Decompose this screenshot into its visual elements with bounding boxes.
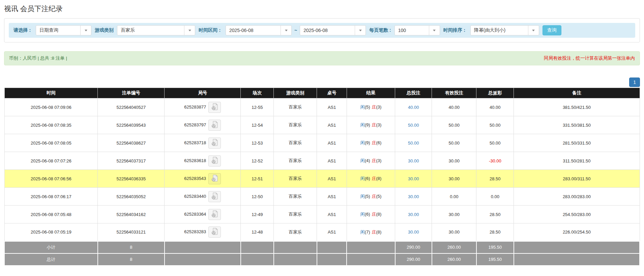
cell-game-type: 百家乐 xyxy=(274,116,317,134)
cell-session: 12-53 xyxy=(241,134,274,152)
cell-total-bet: 30.00 xyxy=(395,170,432,188)
time-range-label: 时间区间： xyxy=(199,27,222,33)
round-no-text: 625283440 xyxy=(184,193,206,198)
result-banker-label: 庄 xyxy=(372,229,376,235)
cell-game-type: 百家乐 xyxy=(274,188,317,206)
total-bet-link[interactable]: 30.00 xyxy=(408,229,419,235)
video-record-icon xyxy=(211,192,218,201)
total-empty-session xyxy=(241,253,274,266)
cell-time: 2025-06-08 07:08:35 xyxy=(4,116,98,134)
result-banker-label: 庄 xyxy=(372,176,376,181)
date-to-select[interactable]: 2025-06-08 xyxy=(300,25,366,35)
cell-result: 闲(5)庄(5) xyxy=(347,188,395,206)
chevron-down-icon xyxy=(80,26,91,35)
range-separator: ~ xyxy=(294,28,297,33)
video-record-icon xyxy=(211,210,218,219)
total-bet-link[interactable]: 50.00 xyxy=(408,123,419,128)
video-replay-button[interactable] xyxy=(208,120,221,131)
cell-total-bet: 30.00 xyxy=(395,223,432,241)
subtotal-total-bet: 290.00 xyxy=(395,241,432,253)
cell-result: 闲(6)庄(8) xyxy=(347,206,395,223)
cell-payout: 50.00 xyxy=(476,116,514,134)
round-no-text: 625283543 xyxy=(184,176,206,181)
result-banker-points: (8) xyxy=(376,229,382,235)
total-bet-link[interactable]: 30.00 xyxy=(408,212,419,217)
cell-time: 2025-06-08 07:09:06 xyxy=(4,98,98,116)
result-player-points: (5) xyxy=(365,104,370,110)
cell-game-type: 百家乐 xyxy=(274,170,317,188)
chevron-down-icon xyxy=(281,26,291,35)
video-replay-button[interactable] xyxy=(208,209,221,220)
page-title: 视讯 会员下注纪录 xyxy=(4,4,640,13)
cell-result: 闲(5)庄(3) xyxy=(347,98,395,116)
per-page-select[interactable]: 100 xyxy=(394,25,440,35)
game-type-select[interactable]: 百家乐 xyxy=(117,25,195,35)
result-banker-points: (8) xyxy=(376,212,382,217)
cell-remark: 311.50/281.50 xyxy=(514,152,640,170)
cell-result: 闲(9)庄(6) xyxy=(347,134,395,152)
subtotal-label: 小计 xyxy=(4,241,98,253)
total-bet-link[interactable]: 40.00 xyxy=(408,105,419,110)
cell-remark: 381.50/421.50 xyxy=(514,98,640,116)
cell-total-bet: 30.00 xyxy=(395,152,432,170)
total-empty-result xyxy=(347,253,395,266)
cell-table-no: AS1 xyxy=(317,134,347,152)
total-bet-link[interactable]: 50.00 xyxy=(408,141,419,146)
cell-total-bet: 50.00 xyxy=(395,116,432,134)
result-player-points: (4) xyxy=(365,158,370,163)
column-header-5: 桌号 xyxy=(317,88,347,98)
video-replay-button[interactable] xyxy=(208,191,221,202)
cell-round-no: 625283364 xyxy=(165,206,241,223)
cell-valid-bet: 0.00 xyxy=(432,188,476,206)
currency-total-text: 币别：人民币 | 总共 :8 注单 | xyxy=(9,55,67,61)
query-type-value: 日期查询 xyxy=(36,26,80,35)
date-to-value: 2025-06-08 xyxy=(300,26,355,35)
column-header-8: 有效投注 xyxy=(432,88,476,98)
cell-bet-id: 522564033121 xyxy=(98,223,165,241)
cell-session: 12-49 xyxy=(241,206,274,223)
result-banker-points: (6) xyxy=(376,140,382,145)
date-from-select[interactable]: 2025-06-08 xyxy=(226,25,292,35)
result-player-label: 闲 xyxy=(360,122,365,127)
search-button[interactable]: 查询 xyxy=(543,25,561,35)
total-bet-link[interactable]: 30.00 xyxy=(408,176,419,181)
cell-round-no: 625283877 xyxy=(165,98,241,116)
video-replay-button[interactable] xyxy=(208,155,221,166)
cell-table-no: AS1 xyxy=(317,223,347,241)
column-header-9: 总派彩 xyxy=(476,88,514,98)
result-player-points: (5) xyxy=(365,194,370,199)
cell-time: 2025-06-08 07:07:26 xyxy=(4,152,98,170)
record-row: 2025-06-08 07:05:19522564033121625283283… xyxy=(4,223,640,241)
cell-round-no: 625283618 xyxy=(165,152,241,170)
total-row: 总计8290.00260.00195.50 xyxy=(4,253,640,266)
chevron-down-icon xyxy=(528,26,539,35)
subtotal-payout: 195.50 xyxy=(476,241,514,253)
cell-time: 2025-06-08 07:05:19 xyxy=(4,223,98,241)
result-banker-label: 庄 xyxy=(372,122,376,127)
result-player-points: (7) xyxy=(365,229,370,235)
cell-remark: 283.00/311.50 xyxy=(514,170,640,188)
query-type-select[interactable]: 日期查询 xyxy=(36,25,91,35)
cell-payout: 50.00 xyxy=(476,134,514,152)
page-1-button[interactable]: 1 xyxy=(629,78,640,87)
cell-round-no: 625283797 xyxy=(165,116,241,134)
video-replay-button[interactable] xyxy=(208,137,221,149)
video-replay-button[interactable] xyxy=(208,102,221,113)
total-bet-link[interactable]: 30.00 xyxy=(408,194,419,199)
total-bet-link[interactable]: 30.00 xyxy=(408,158,419,163)
video-record-icon xyxy=(211,175,218,183)
total-total-bet: 290.00 xyxy=(395,253,432,266)
cell-bet-id: 522564035052 xyxy=(98,188,165,206)
sort-order-value: 降幂(由大到小) xyxy=(471,26,528,35)
cell-round-no: 625283440 xyxy=(165,188,241,206)
game-type-label: 游戏类别 xyxy=(95,27,114,33)
result-banker-points: (3) xyxy=(376,104,382,110)
video-replay-button[interactable] xyxy=(208,173,221,184)
video-record-icon xyxy=(211,157,218,165)
cell-remark: 281.50/331.50 xyxy=(514,134,640,152)
video-replay-button[interactable] xyxy=(208,226,221,238)
video-record-icon xyxy=(211,121,218,129)
subtotal-row: 小计8290.00260.00195.50 xyxy=(4,241,640,253)
cell-result: 闲(6)庄(8) xyxy=(347,170,395,188)
sort-order-select[interactable]: 降幂(由大到小) xyxy=(470,25,539,35)
